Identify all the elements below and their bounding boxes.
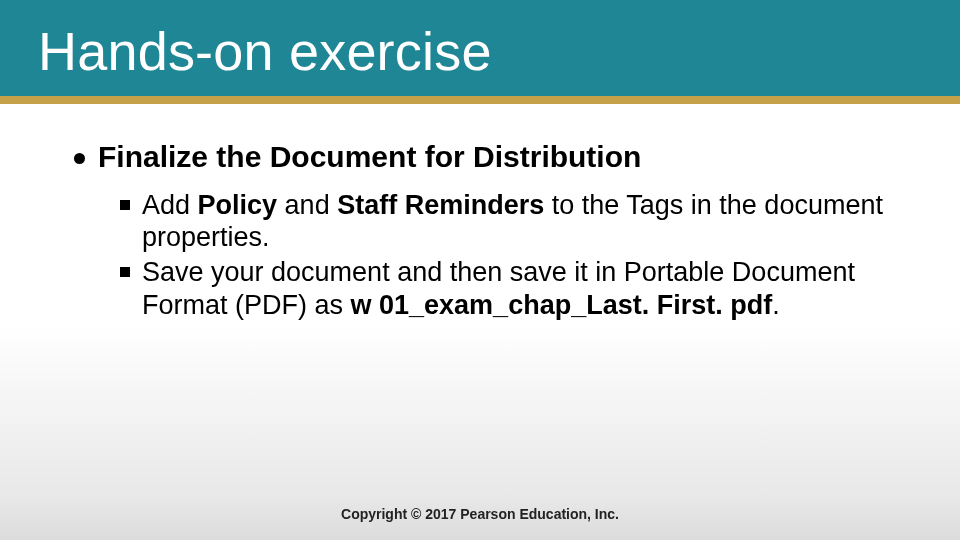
bullet-level1: Finalize the Document for Distribution: [72, 140, 900, 175]
text-bold: Policy: [198, 190, 278, 220]
bullet-square-icon: [120, 267, 130, 277]
content-area: Finalize the Document for Distribution A…: [72, 140, 900, 324]
accent-divider: [0, 96, 960, 104]
bullet-square-icon: [120, 200, 130, 210]
sub-bullet: Save your document and then save it in P…: [120, 256, 900, 322]
bullet-dot-icon: [74, 153, 85, 164]
text-run: and: [277, 190, 337, 220]
text-bold: Staff Reminders: [337, 190, 544, 220]
bullet-level1-text: Finalize the Document for Distribution: [98, 140, 641, 173]
text-run: Add: [142, 190, 198, 220]
slide: Hands-on exercise Finalize the Document …: [0, 0, 960, 540]
sub-bullet: Add Policy and Staff Reminders to the Ta…: [120, 189, 900, 255]
slide-title: Hands-on exercise: [38, 20, 492, 82]
text-run: .: [772, 290, 780, 320]
sub-bullet-list: Add Policy and Staff Reminders to the Ta…: [72, 189, 900, 323]
text-bold: w 01_exam_chap_Last. First. pdf: [351, 290, 773, 320]
copyright-footer: Copyright © 2017 Pearson Education, Inc.: [0, 506, 960, 522]
